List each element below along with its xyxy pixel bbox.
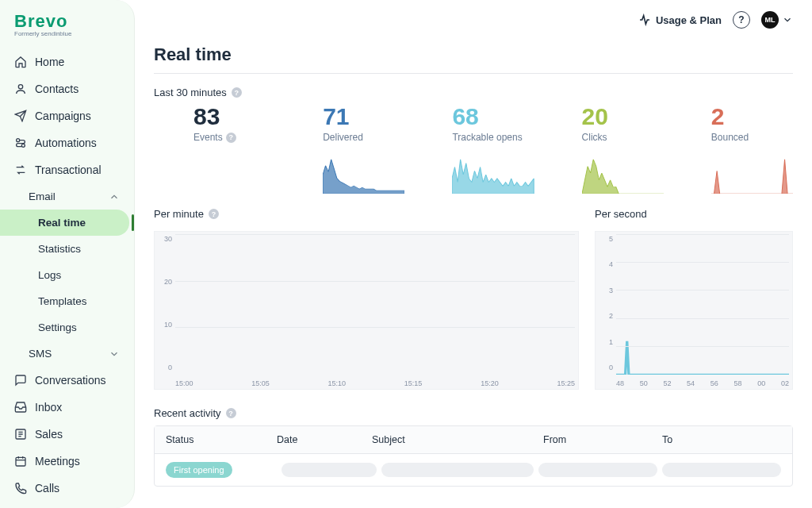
status-badge: First opening: [166, 462, 232, 478]
help-button[interactable]: ?: [733, 11, 750, 29]
usage-and-plan-button[interactable]: Usage & Plan: [638, 13, 722, 26]
metric-label: Delivered: [323, 132, 363, 143]
home-icon: [14, 56, 27, 68]
per-second-chart[interactable]: 543210 4850525456580002: [595, 231, 793, 390]
inbox-icon: [14, 401, 27, 414]
help-icon[interactable]: ?: [226, 408, 236, 418]
metric-value: 20: [582, 105, 608, 129]
metric-label: Clicks: [582, 132, 607, 143]
usage-label: Usage & Plan: [656, 14, 722, 26]
sidebar-item-templates[interactable]: Templates: [0, 288, 134, 314]
sidebar-item-label: Email: [29, 190, 56, 202]
topbar: Usage & Plan ? ML: [135, 0, 812, 33]
sidebar-item-label: Inbox: [35, 401, 62, 414]
table-header: Status Date Subject From To: [155, 426, 792, 454]
brand-logo[interactable]: Brevo Formerly sendinblue: [0, 8, 134, 40]
per-minute-chart[interactable]: 3020100 15:0015:0515:1015:1515:2015:25: [154, 231, 579, 390]
sidebar-item-label: Conversations: [35, 374, 106, 387]
section-text: Last 30 minutes: [154, 87, 227, 98]
transactional-submenu: Email Real time Statistics Logs Template…: [0, 183, 134, 367]
sidebar-item-label: Real time: [38, 217, 86, 229]
sidebar-item-label: Transactional: [35, 164, 102, 176]
sidebar-item-inbox[interactable]: Inbox: [0, 394, 134, 421]
sparkline: [323, 156, 404, 194]
sidebar-item-home[interactable]: Home: [0, 48, 134, 75]
sidebar-item-statistics[interactable]: Statistics: [0, 236, 134, 262]
skeleton-cell: [381, 463, 534, 477]
metrics-row: 83Events?71Delivered68Trackable opens20C…: [154, 105, 793, 194]
sidebar-item-transactional[interactable]: Transactional: [0, 156, 134, 183]
recent-label: Recent activity ?: [154, 407, 793, 419]
metric-value: 83: [193, 105, 220, 129]
chevron-down-icon: [782, 14, 793, 25]
sidebar-item-sms[interactable]: SMS: [0, 341, 134, 367]
sidebar-item-label: Templates: [38, 295, 87, 307]
metric-trackable-opens[interactable]: 68Trackable opens: [412, 105, 534, 194]
metric-label: Bounced: [711, 132, 749, 143]
svg-rect-4: [16, 457, 25, 466]
chat-icon: [14, 374, 27, 387]
col-date: Date: [277, 434, 372, 445]
svg-point-1: [17, 139, 20, 142]
sales-icon: [14, 428, 27, 441]
pulse-icon: [638, 13, 651, 26]
sidebar-item-meetings[interactable]: Meetings: [0, 448, 134, 475]
x-axis: 4850525456580002: [616, 379, 789, 387]
skeleton-cell: [538, 463, 657, 477]
help-icon[interactable]: ?: [232, 87, 242, 98]
account-menu[interactable]: ML: [761, 11, 793, 29]
sidebar-item-campaigns[interactable]: Campaigns: [0, 102, 134, 129]
skeleton-cell: [662, 463, 781, 477]
sidebar-item-realtime[interactable]: Real time: [0, 210, 129, 236]
sidebar-item-settings[interactable]: Settings: [0, 314, 134, 341]
chevron-down-icon: [109, 348, 120, 360]
svg-point-0: [18, 85, 22, 89]
sidebar-item-label: Settings: [38, 321, 77, 333]
sidebar-item-label: Meetings: [35, 455, 80, 468]
content: Real time Last 30 minutes ? 83Events?71D…: [135, 33, 812, 487]
per-minute-block: Per minute ? 3020100 15:0015:0515:1015:1…: [154, 208, 579, 390]
metric-events[interactable]: 83Events?: [154, 105, 275, 194]
col-subject: Subject: [372, 434, 543, 445]
help-icon[interactable]: ?: [226, 133, 236, 143]
table-row[interactable]: First opening: [155, 454, 792, 486]
metric-bounced[interactable]: 2Bounced: [672, 105, 793, 194]
x-axis: 15:0015:0515:1015:1515:2015:25: [175, 379, 575, 387]
automation-icon: [14, 137, 27, 149]
col-to: To: [662, 434, 781, 445]
sidebar-item-automations[interactable]: Automations: [0, 129, 134, 156]
email-submenu: Real time Statistics Logs Templates Sett…: [0, 210, 134, 341]
sidebar-item-conversations[interactable]: Conversations: [0, 367, 134, 394]
sidebar-item-label: Contacts: [35, 83, 79, 95]
help-icon[interactable]: ?: [209, 209, 219, 219]
page-title: Real time: [154, 44, 793, 65]
sidebar-item-calls[interactable]: Calls: [0, 475, 134, 502]
charts-row: Per minute ? 3020100 15:0015:0515:1015:1…: [154, 208, 793, 390]
brand-name: Brevo: [14, 11, 120, 32]
sparkline: [452, 156, 534, 194]
y-axis: 3020100: [155, 232, 174, 375]
recent-activity: Recent activity ? Status Date Subject Fr…: [154, 407, 793, 487]
sparkline: [193, 156, 275, 194]
col-status: Status: [166, 434, 277, 445]
sidebar-item-contacts[interactable]: Contacts: [0, 75, 134, 102]
metric-clicks[interactable]: 20Clicks: [542, 105, 664, 194]
section-text: Per minute: [154, 208, 204, 220]
svg-point-2: [21, 144, 25, 147]
sidebar-item-label: Sales: [35, 428, 63, 441]
metric-value: 2: [711, 105, 725, 129]
line-plot: [616, 235, 789, 375]
sparkline: [711, 156, 793, 194]
sidebar-item-email[interactable]: Email: [0, 183, 134, 210]
phone-icon: [14, 482, 27, 495]
plot-area: [616, 235, 789, 375]
sidebar: Brevo Formerly sendinblue Home Contacts …: [0, 0, 135, 508]
sidebar-item-logs[interactable]: Logs: [0, 262, 134, 288]
skeleton-cell: [282, 463, 377, 477]
col-from: From: [543, 434, 662, 445]
sidebar-item-label: Home: [35, 56, 64, 68]
sidebar-item-sales[interactable]: Sales: [0, 421, 134, 448]
metric-delivered[interactable]: 71Delivered: [283, 105, 404, 194]
sidebar-item-label: SMS: [29, 348, 52, 360]
paper-plane-icon: [14, 110, 27, 122]
